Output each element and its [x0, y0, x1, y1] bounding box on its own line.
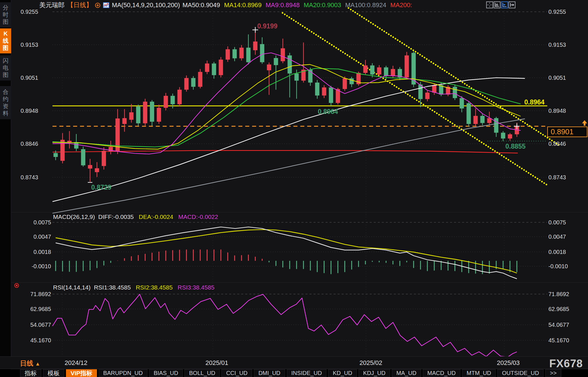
- y-axis-label-left: 0.8743: [11, 174, 38, 181]
- y-axis-label-right: 0.8743: [548, 174, 566, 181]
- indicator-tab-bar: 指标模板VIP指标BARUPDN_UDBIAS_UDBOLL_UDCCI_UDD…: [0, 369, 588, 377]
- period-selector[interactable]: 日线 ▲: [20, 359, 40, 368]
- macd-macd-value: MACD:-0.0022: [178, 213, 218, 220]
- y-axis-label-right: 71.8692: [548, 291, 569, 298]
- rsi-header: RSI(14,14,14) RSI1:38.4585 RSI2:38.4585 …: [53, 284, 215, 291]
- tab-OUTSIDE_UD[interactable]: OUTSIDE_UD: [497, 369, 544, 377]
- y-axis-label-left: 0.9051: [11, 75, 38, 81]
- time-axis: 日线 ▲ 2024/122025/012025/022025/03: [0, 356, 588, 369]
- chart-header: 美元瑞郎 【日线】 MA(50,14,9,20,100,200) MA50:0.…: [39, 1, 416, 9]
- pan-crosshair-icon[interactable]: [486, 1, 493, 8]
- macd-diff-value: DIFF:-0.0035: [98, 213, 134, 220]
- tab-BIAS_UD[interactable]: BIAS_UD: [149, 369, 183, 377]
- axis-play-icon[interactable]: [501, 1, 508, 8]
- level-mid-label: 0.8964: [318, 108, 338, 116]
- month-label: 2025/02: [359, 359, 382, 367]
- tab-指标[interactable]: 指标: [20, 369, 41, 377]
- swing-low-label: 0.8729: [91, 184, 111, 191]
- period-tag[interactable]: 【日线】: [67, 1, 92, 9]
- symbol-title: 美元瑞郎: [39, 1, 65, 9]
- recent-low-label: 0.8855: [505, 143, 525, 150]
- month-label: 2025/01: [205, 359, 228, 367]
- period-arrow-icon: ▲: [35, 361, 40, 367]
- watermark: FX678: [549, 357, 583, 370]
- tab-模板[interactable]: 模板: [43, 369, 64, 377]
- rsi1-value: RSI1:38.4585: [94, 284, 131, 291]
- macd-dea-value: DEA:-0.0024: [139, 213, 173, 220]
- rsi-title: RSI(14,14,14): [53, 284, 91, 291]
- macd-header: MACD(26,12,9) DIFF:-0.0035 DEA:-0.0024 M…: [53, 213, 218, 220]
- y-axis-label-left: -0.0010: [24, 263, 51, 270]
- tab-CCI_UD[interactable]: CCI_UD: [221, 369, 252, 377]
- y-axis-label-left: 71.8692: [24, 291, 51, 298]
- tab-VIP指标[interactable]: VIP指标: [66, 369, 97, 377]
- compare-plus-icon[interactable]: [95, 3, 100, 8]
- price-up-arrow-icon[interactable]: [582, 120, 587, 128]
- ma-config-label: MA(50,14,9,20,100,200): [112, 1, 180, 9]
- y-axis-label-right: 0.0018: [548, 249, 566, 255]
- y-axis-label-left: 0.9153: [11, 42, 38, 48]
- y-axis-label-left: 0.8846: [11, 141, 38, 147]
- ma-legend-item: MA14:0.8969: [224, 1, 262, 9]
- macd-title: MACD(26,12,9): [53, 213, 95, 220]
- level-right-label: 0.8964: [524, 98, 544, 106]
- y-axis-label-left: 45.1670: [24, 337, 51, 344]
- tab-INSIDE_UD[interactable]: INSIDE_UD: [287, 369, 327, 377]
- month-label: 2024/12: [65, 359, 87, 367]
- ma-legend-item: MA50:0.9049: [182, 1, 220, 9]
- ma-legend-item: MA100:0.8924: [345, 1, 386, 9]
- chart-window: 分时图K线图闪电图合约资料 美元瑞郎 【日线】 MA(50,14,9,20,10…: [0, 0, 588, 377]
- rsi2-value: RSI2:38.4585: [136, 284, 172, 291]
- axis-scale-icon[interactable]: [494, 1, 501, 8]
- ma-legend-item: MA20:0.9003: [304, 1, 341, 9]
- candlestick-plot[interactable]: [0, 0, 588, 369]
- y-axis-label-left: 0.8948: [11, 108, 38, 114]
- current-price-box: 0.8901: [547, 127, 587, 137]
- y-axis-label-right: 0.0075: [548, 219, 566, 226]
- y-axis-label-left: 0.9255: [11, 9, 38, 15]
- tab-MA_UD[interactable]: MA_UD: [392, 369, 421, 377]
- tab-BARUPDN_UD[interactable]: BARUPDN_UD: [99, 369, 147, 377]
- tab-MTM_UD[interactable]: MTM_UD: [462, 369, 496, 377]
- y-axis-label-right: 45.1670: [548, 337, 569, 344]
- y-axis-label-left: 0.0018: [24, 249, 51, 255]
- y-axis-label-right: 0.9051: [548, 75, 566, 81]
- record-indicator-icon[interactable]: [14, 283, 19, 288]
- y-axis-label-right: 0.8846: [548, 141, 566, 147]
- y-axis-label-right: 0.9255: [548, 9, 566, 15]
- ma-legend-item: MA200:: [390, 1, 412, 9]
- tab-BOLL_UD[interactable]: BOLL_UD: [184, 369, 220, 377]
- y-axis-label-right: -0.0010: [548, 263, 568, 270]
- y-axis-label-right: 54.0677: [548, 322, 569, 328]
- tab-KDJ_UD[interactable]: KDJ_UD: [359, 369, 390, 377]
- rsi3-value: RSI3:38.4585: [178, 284, 214, 291]
- y-axis-label-left: 0.0075: [24, 219, 51, 226]
- y-axis-label-left: 54.0677: [24, 322, 51, 328]
- tab-MACD_UD[interactable]: MACD_UD: [423, 369, 460, 377]
- ma-legend-item: MA9:0.8948: [266, 1, 300, 9]
- y-axis-label-left: 0.0047: [24, 234, 51, 240]
- y-axis-label-right: 0.0047: [548, 234, 566, 240]
- tab-DMI_UD[interactable]: DMI_UD: [254, 369, 285, 377]
- y-axis-label-right: 0.8948: [548, 108, 566, 114]
- y-axis-label-left: 62.9685: [24, 306, 51, 312]
- month-label: 2025/03: [497, 359, 520, 367]
- ma-legend: MA50:0.9049MA14:0.8969MA9:0.8948MA20:0.9…: [182, 1, 416, 9]
- axis-shift-icon[interactable]: [509, 1, 515, 8]
- y-axis-label-right: 0.9153: [548, 42, 566, 48]
- y-axis-label-right: 62.9685: [548, 306, 569, 312]
- tab->>[interactable]: >>: [545, 369, 561, 377]
- chart-toolbar: [486, 1, 515, 8]
- tab-KD_UD[interactable]: KD_UD: [328, 369, 357, 377]
- mini-chart-icon[interactable]: [103, 2, 109, 8]
- swing-high-label: 0.9199: [257, 22, 277, 30]
